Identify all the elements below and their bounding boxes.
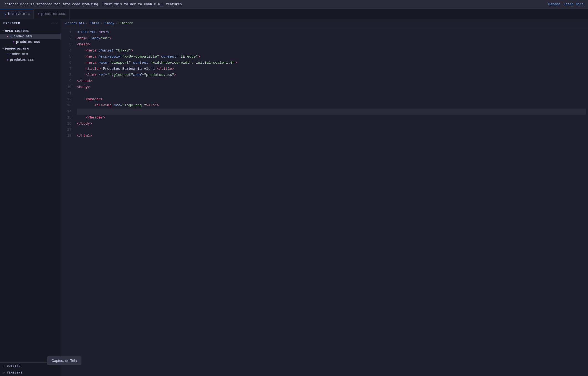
tab-index-htm[interactable]: ◇ index.htm ✕	[0, 9, 34, 19]
line-number: 15	[64, 115, 71, 121]
code-line[interactable]: <meta name="viewport" content="width=dev…	[77, 60, 586, 66]
tab-produtos-css-label: produtos.css	[41, 12, 65, 16]
sidebar-htm-icon: ◇	[7, 53, 8, 56]
line-number: 13	[64, 102, 71, 109]
tab-index-htm-label: index.htm	[7, 12, 25, 16]
warning-bar: tricted Mode is intended for safe code b…	[0, 0, 588, 9]
code-line[interactable]	[77, 90, 586, 96]
warning-text: tricted Mode is intended for safe code b…	[4, 2, 545, 6]
main-content: EXPLORER ··· ▾ OPEN EDITORS ✕ ◇ index.ht…	[0, 19, 588, 376]
code-line[interactable]	[77, 127, 586, 133]
line-number: 17	[64, 127, 71, 133]
line-number: 1	[64, 29, 71, 35]
sidebar-index-htm-label: index.htm	[10, 52, 28, 56]
file-close-icon[interactable]: ✕	[7, 35, 8, 38]
open-editors-section: ▾ OPEN EDITORS ✕ ◇ index.htm # produtos.…	[0, 28, 61, 45]
timeline-label: TIMELINE	[7, 371, 23, 374]
captura-de-tela-button[interactable]: Captura de Tela	[47, 356, 81, 365]
code-line[interactable]: <title> Produtos-Barbearia Alura </title…	[77, 66, 586, 72]
code-line[interactable]	[77, 109, 586, 115]
code-lines[interactable]: <!DOCTYPE html><html lang="en"><head> <m…	[75, 29, 588, 374]
breadcrumb-sep1: ›	[86, 22, 87, 25]
code-line[interactable]: <head>	[77, 42, 586, 48]
breadcrumb-body-icon: ⬡	[104, 21, 106, 25]
sidebar-css-icon: #	[7, 58, 8, 61]
breadcrumb-file[interactable]: ◇ index.htm	[65, 21, 84, 25]
breadcrumb-header-icon: ⬡	[118, 21, 121, 25]
file-label-produtos-css: produtos.css	[16, 40, 40, 44]
code-line[interactable]: <meta http-equiv="X-UA-Compatible" conte…	[77, 54, 586, 60]
breadcrumb-file-label: index.htm	[68, 22, 84, 25]
open-editors-chevron: ▾	[2, 29, 4, 33]
open-editors-label: OPEN EDITORS	[5, 29, 29, 33]
tab-close-icon[interactable]: ✕	[28, 12, 30, 16]
outline-label: OUTLINE	[7, 364, 21, 368]
sidebar-header: EXPLORER ···	[0, 19, 61, 27]
breadcrumb: ◇ index.htm › ⬡ html › ⬡ body › ⬡ header	[61, 19, 588, 27]
open-editor-index-htm[interactable]: ✕ ◇ index.htm	[0, 34, 61, 39]
code-line[interactable]: <h1><img src="logo.png_"></h1>	[77, 102, 586, 109]
line-number: 4	[64, 48, 71, 54]
produtos-htm-title[interactable]: ▾ PRODUTOS.HTM	[0, 46, 61, 51]
file-icon-css: #	[13, 41, 14, 44]
breadcrumb-body-label: body	[107, 22, 114, 25]
open-editors-title[interactable]: ▾ OPEN EDITORS	[0, 28, 61, 34]
sidebar-produtos-css-label: produtos.css	[10, 58, 34, 62]
line-number: 10	[64, 84, 71, 90]
sidebar-produtos-css[interactable]: # produtos.css	[0, 57, 61, 63]
file-label-index-htm: index.htm	[14, 35, 32, 38]
code-line[interactable]: <html lang="en">	[77, 35, 586, 42]
timeline-item[interactable]: › TIMELINE	[0, 369, 61, 376]
breadcrumb-sep2: ›	[100, 22, 102, 25]
line-number: 6	[64, 60, 71, 66]
app: ◇ index.htm ✕ # produtos.css EXPLORER ··…	[0, 9, 588, 376]
breadcrumb-header-label: header	[122, 22, 133, 25]
breadcrumb-header[interactable]: ⬡ header	[118, 21, 133, 25]
css-tab-icon: #	[38, 12, 40, 16]
htm-tab-icon: ◇	[4, 12, 6, 16]
code-line[interactable]: <body>	[77, 84, 586, 90]
code-line[interactable]: </head>	[77, 78, 586, 84]
line-numbers: 123456789101112131415161718	[61, 29, 75, 374]
line-number: 16	[64, 121, 71, 127]
line-number: 8	[64, 72, 71, 78]
timeline-chevron: ›	[3, 371, 5, 374]
manage-link[interactable]: Manage	[548, 2, 560, 6]
code-line[interactable]: </header>	[77, 115, 586, 121]
learn-more-link[interactable]: Learn More	[564, 2, 584, 6]
breadcrumb-file-icon: ◇	[65, 21, 67, 25]
line-number: 5	[64, 54, 71, 60]
code-line[interactable]: <link rel="stylesheet"href="produtos.css…	[77, 72, 586, 78]
explorer-title: EXPLORER	[3, 22, 20, 25]
line-number: 3	[64, 42, 71, 48]
open-editor-produtos-css[interactable]: # produtos.css	[0, 39, 61, 45]
breadcrumb-sep3: ›	[115, 22, 117, 25]
produtos-htm-label: PRODUTOS.HTM	[5, 47, 29, 50]
code-line[interactable]: </body>	[77, 121, 586, 127]
code-line[interactable]: <meta charset="UTF-8">	[77, 48, 586, 54]
line-number: 11	[64, 90, 71, 96]
sidebar-index-htm[interactable]: ◇ index.htm	[0, 51, 61, 57]
tab-bar: ◇ index.htm ✕ # produtos.css	[0, 9, 588, 19]
more-icon[interactable]: ···	[51, 22, 57, 25]
breadcrumb-html-label: html	[92, 22, 99, 25]
tab-produtos-css[interactable]: # produtos.css	[34, 9, 69, 19]
line-number: 7	[64, 66, 71, 72]
line-number: 9	[64, 78, 71, 84]
breadcrumb-html-icon: ⬡	[89, 21, 91, 25]
produtos-htm-section: ▾ PRODUTOS.HTM ◇ index.htm # produtos.cs…	[0, 46, 61, 63]
code-line[interactable]: </html>	[77, 133, 586, 139]
breadcrumb-body[interactable]: ⬡ body	[104, 21, 114, 25]
line-number: 18	[64, 133, 71, 139]
file-icon-htm: ◇	[11, 35, 12, 38]
code-line[interactable]: <header>	[77, 96, 586, 102]
line-number: 2	[64, 35, 71, 42]
line-number: 14	[64, 109, 71, 115]
outline-chevron: ›	[3, 365, 5, 368]
code-editor[interactable]: 123456789101112131415161718 <!DOCTYPE ht…	[61, 27, 588, 376]
breadcrumb-html[interactable]: ⬡ html	[89, 21, 99, 25]
editor-area: ◇ index.htm › ⬡ html › ⬡ body › ⬡ header	[61, 19, 588, 376]
sidebar: EXPLORER ··· ▾ OPEN EDITORS ✕ ◇ index.ht…	[0, 19, 61, 376]
code-line[interactable]: <!DOCTYPE html>	[77, 29, 586, 35]
produtos-htm-chevron: ▾	[2, 47, 4, 50]
